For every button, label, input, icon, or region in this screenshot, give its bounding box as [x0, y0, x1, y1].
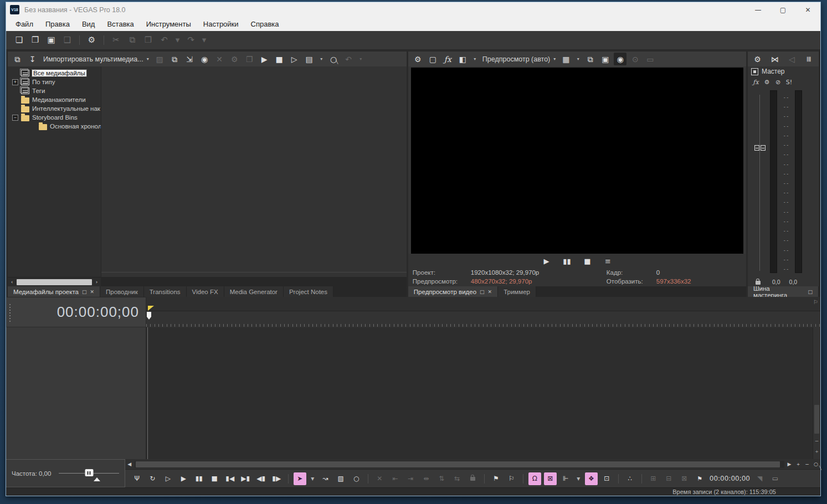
tab-close-icon[interactable]: ✕	[90, 289, 94, 295]
edit-tool-dropdown-icon[interactable]: ▾	[309, 472, 316, 485]
slip-tool-icon[interactable]: ∴	[624, 472, 636, 485]
tree-item-storyboard-bins[interactable]: − Storyboard Bins	[8, 113, 101, 122]
views-icon[interactable]: ▤	[303, 53, 316, 65]
options-gear-icon[interactable]: ⚙	[85, 34, 98, 47]
capture-frame-icon[interactable]: ▭	[644, 53, 656, 65]
lock-envelopes-icon[interactable]: ❖	[585, 472, 598, 485]
group-icon[interactable]: ⊞	[647, 472, 660, 485]
lock-dim-icon[interactable]	[466, 472, 479, 485]
scroll-right-icon[interactable]: ▶	[785, 460, 794, 469]
redo-dropdown-icon[interactable]: ▾	[201, 34, 208, 47]
pause-icon[interactable]: ▮▮	[193, 472, 206, 485]
track-list-header[interactable]	[6, 327, 146, 459]
snap-icon[interactable]: Ω	[528, 472, 541, 485]
record-icon[interactable]: Ψ	[131, 472, 143, 485]
paste-icon[interactable]: ❒	[142, 34, 155, 47]
bus-fx-icon[interactable]: ƒx	[751, 78, 761, 87]
video-output-fx-icon[interactable]: ƒx	[441, 53, 454, 65]
mixer-faders-icon[interactable]: ≡	[803, 53, 815, 65]
bus-automation-icon[interactable]: ⚙	[762, 78, 772, 87]
close-button[interactable]: ✕	[795, 2, 820, 17]
tab-close-icon[interactable]: ✕	[488, 289, 492, 295]
insert-region-icon[interactable]: ⚐	[505, 472, 518, 485]
cut-icon[interactable]: ✂	[110, 34, 122, 47]
menu-item[interactable]: Вид	[76, 17, 101, 31]
undo-icon[interactable]: ↶	[158, 34, 171, 47]
scrollbar-thumb[interactable]	[136, 461, 780, 467]
auto-crossfade-icon[interactable]: ⊠	[544, 472, 557, 485]
undo-dropdown-icon[interactable]: ▾	[174, 34, 181, 47]
tree-item-media-bins[interactable]: Медианакопители	[8, 95, 101, 104]
video-scopes-icon[interactable]: ◉	[614, 53, 626, 65]
stop-icon[interactable]: ■	[208, 472, 221, 485]
slide-icon[interactable]: ⇆	[451, 472, 464, 485]
import-media-button[interactable]: Импортировать мультимедиа...▾	[41, 53, 151, 65]
tab-project-notes[interactable]: Project Notes □ ✕	[284, 286, 333, 297]
mixer-properties-icon[interactable]: ⚙	[751, 53, 764, 65]
save-icon[interactable]: ▣	[45, 34, 58, 47]
media-stop-icon[interactable]: ■	[273, 53, 286, 65]
replace-media-icon[interactable]: ❐	[243, 53, 256, 65]
mute-output-icon[interactable]: ◁	[785, 53, 798, 65]
tree-item-smart-bins[interactable]: Интеллектуальные нак	[8, 104, 101, 113]
external-monitor-icon[interactable]: ▢	[427, 53, 439, 65]
playhead-line[interactable]	[147, 327, 148, 459]
scrollbar-thumb[interactable]	[814, 405, 819, 434]
new-project-icon[interactable]: ❏	[13, 34, 25, 47]
zoom-tool-icon[interactable]: ○	[350, 472, 363, 485]
zoom-out-icon[interactable]: −	[803, 460, 811, 469]
tree-item-all-media[interactable]: Все медиафайлы	[8, 69, 101, 78]
external-control-icon[interactable]: ▭	[769, 472, 782, 485]
marker-flag-icon[interactable]: ⚐	[813, 299, 818, 305]
quantize-dropdown-icon[interactable]: ▾	[575, 472, 582, 485]
search-icon[interactable]: ○	[327, 53, 340, 65]
preview-stop-icon[interactable]: ■	[581, 255, 594, 268]
project-properties-icon[interactable]: ❑	[61, 34, 74, 47]
capture-video-icon[interactable]: ⧉	[168, 53, 181, 65]
import-media-icon[interactable]: ↧	[26, 53, 39, 65]
tree-item-by-type[interactable]: + По типу	[8, 78, 101, 86]
tree-horizontal-scrollbar[interactable]: ‹ ›	[8, 277, 101, 286]
envelope-tool-icon[interactable]: ↝	[319, 472, 332, 485]
menu-item[interactable]: Вставка	[101, 17, 140, 31]
preview-thumb-icon[interactable]: ▨	[153, 53, 166, 65]
go-to-start-icon[interactable]: ▮◀	[224, 472, 237, 485]
rate-slider[interactable]	[59, 473, 119, 474]
copy-frame-icon[interactable]: ⧉	[584, 53, 597, 65]
tab-video-fx[interactable]: Video FX □ ✕	[187, 286, 224, 297]
split-screen-icon[interactable]: ◧	[456, 53, 469, 65]
delete-icon[interactable]: ✕	[373, 472, 386, 485]
redo-icon[interactable]: ↷	[184, 34, 197, 47]
playhead-marker-icon[interactable]	[148, 306, 154, 311]
tab-video-preview[interactable]: Предпросмотр видео □ ✕	[408, 286, 498, 297]
quantize-icon[interactable]: ⊩	[559, 472, 572, 485]
preview-pause-icon[interactable]: ▮▮	[561, 255, 573, 268]
ignore-grouping-icon[interactable]: ⊡	[600, 472, 613, 485]
overlays-grid-icon[interactable]: ▦	[559, 53, 572, 65]
downmix-icon[interactable]: ⋈	[768, 53, 781, 65]
preview-play-icon[interactable]: ▶	[540, 255, 553, 268]
selection-tool-icon[interactable]: ▧	[335, 472, 347, 485]
go-to-end-icon[interactable]: ▶▮	[239, 472, 252, 485]
master-fader-handle[interactable]	[754, 145, 766, 151]
remove-media-icon[interactable]: ✕	[213, 53, 226, 65]
scroll-right-icon[interactable]: ›	[93, 278, 101, 286]
ruler-zone[interactable]: ⚐	[146, 297, 820, 327]
track-area[interactable]	[146, 327, 813, 459]
split-icon[interactable]: ⇅	[435, 472, 448, 485]
menu-item[interactable]: Справка	[245, 17, 285, 31]
lut-icon[interactable]: ⊙	[629, 53, 641, 65]
zoom-edit-icon[interactable]: ○	[811, 460, 820, 469]
marker-bar[interactable]	[146, 297, 820, 311]
time-display[interactable]: 00:00:00;00	[6, 297, 146, 327]
tab-float-icon[interactable]: □	[808, 289, 813, 295]
auto-preview-icon[interactable]: ▷	[288, 53, 301, 65]
meter-lock-icon[interactable]	[756, 281, 761, 285]
tree-item-tags[interactable]: Теги	[8, 86, 101, 95]
bus-mute-icon[interactable]: ⊘	[773, 78, 783, 87]
rate-slider-handle[interactable]	[85, 469, 93, 476]
media-play-icon[interactable]: ▶	[258, 53, 271, 65]
media-properties-icon[interactable]: ⚙	[228, 53, 241, 65]
open-project-icon[interactable]: ❐	[29, 34, 42, 47]
menu-item[interactable]: Настройки	[197, 17, 245, 31]
